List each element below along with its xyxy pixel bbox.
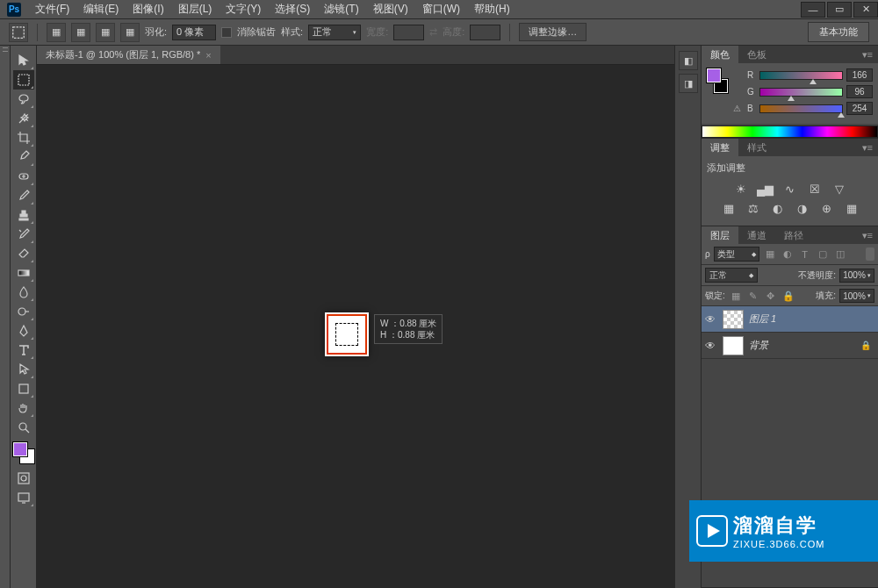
- crop-tool-icon[interactable]: [13, 128, 34, 147]
- lock-trans-icon[interactable]: ▦: [729, 290, 743, 303]
- menu-item[interactable]: 帮助(H): [467, 2, 517, 17]
- essentials-button[interactable]: 基本功能: [808, 22, 869, 42]
- stamp-tool-icon[interactable]: [13, 205, 34, 225]
- lock-pos-icon[interactable]: ✥: [764, 290, 778, 303]
- blur-tool-icon[interactable]: [13, 283, 34, 302]
- canvas-document[interactable]: [325, 312, 369, 356]
- channel-value[interactable]: 254: [846, 102, 873, 115]
- menu-item[interactable]: 图像(I): [126, 2, 170, 17]
- lasso-tool-icon[interactable]: [13, 90, 34, 109]
- eyedropper-tool-icon[interactable]: [13, 147, 34, 167]
- document-tab[interactable]: 未标题-1 @ 100% (图层 1, RGB/8) * ×: [37, 46, 220, 64]
- brightness-icon[interactable]: ☀: [733, 182, 749, 196]
- lock-all-icon[interactable]: 🔒: [781, 290, 795, 303]
- brush-tool-icon[interactable]: [13, 186, 34, 205]
- filter-pixel-icon[interactable]: ▦: [763, 247, 777, 261]
- quickmask-tool-icon[interactable]: [13, 469, 34, 488]
- balance-icon[interactable]: ⚖: [745, 201, 761, 215]
- marquee-tool-icon[interactable]: [13, 70, 34, 90]
- eraser-tool-icon[interactable]: [13, 244, 34, 263]
- maximize-button[interactable]: ▭: [827, 2, 852, 18]
- gradient-tool-icon[interactable]: [13, 263, 34, 283]
- properties-panel-icon[interactable]: ◨: [679, 74, 698, 93]
- channel-value[interactable]: 96: [846, 85, 873, 98]
- fill-value[interactable]: 100%▾: [839, 289, 874, 303]
- panel-fg-swatch[interactable]: [707, 68, 721, 82]
- menu-item[interactable]: 视图(V): [366, 2, 415, 17]
- tool-preset-icon[interactable]: [9, 23, 28, 42]
- curves-icon[interactable]: ∿: [782, 182, 798, 196]
- menu-item[interactable]: 文件(F): [28, 2, 76, 17]
- layers-tab[interactable]: 图层: [702, 226, 738, 245]
- paths-tab[interactable]: 路径: [775, 226, 812, 245]
- gamut-warning-icon[interactable]: ⚠: [733, 104, 744, 114]
- filter-smart-icon[interactable]: ◫: [833, 247, 847, 261]
- menu-item[interactable]: 选择(S): [268, 2, 317, 17]
- lock-paint-icon[interactable]: ✎: [746, 290, 760, 303]
- filter-shape-icon[interactable]: ▢: [816, 247, 830, 261]
- color-slider[interactable]: [759, 71, 843, 80]
- channels-tab[interactable]: 通道: [738, 226, 775, 245]
- layer-name[interactable]: 背景: [749, 339, 855, 352]
- layer-thumbnail[interactable]: [723, 310, 744, 329]
- layer-thumbnail[interactable]: [723, 336, 744, 355]
- styles-tab[interactable]: 样式: [738, 139, 775, 157]
- layer-name[interactable]: 图层 1: [749, 312, 874, 326]
- panel-menu-icon[interactable]: ▾≡: [857, 49, 878, 61]
- menu-item[interactable]: 窗口(W): [415, 2, 467, 17]
- fg-color-swatch[interactable]: [13, 442, 27, 456]
- channel-mixer-icon[interactable]: ⊕: [819, 201, 835, 215]
- hue-icon[interactable]: ▦: [721, 201, 737, 215]
- menu-item[interactable]: 编辑(E): [76, 2, 126, 17]
- magic-wand-tool-icon[interactable]: [13, 109, 34, 128]
- color-slider[interactable]: [759, 88, 843, 97]
- healing-tool-icon[interactable]: [13, 167, 34, 186]
- minimize-button[interactable]: —: [801, 2, 825, 18]
- opacity-value[interactable]: 100%▾: [839, 269, 874, 283]
- canvas-viewport[interactable]: W ：0.88 厘米 H ：0.88 厘米: [37, 65, 674, 588]
- color-spectrum[interactable]: [702, 125, 878, 138]
- dodge-tool-icon[interactable]: [13, 302, 34, 321]
- filter-adj-icon[interactable]: ◐: [781, 247, 795, 261]
- blend-mode-select[interactable]: 正常◆: [705, 268, 758, 283]
- adjustments-tab[interactable]: 调整: [702, 139, 738, 157]
- bw-icon[interactable]: ◐: [770, 201, 786, 215]
- feather-input[interactable]: [172, 25, 216, 40]
- visibility-icon[interactable]: 👁: [705, 340, 717, 352]
- levels-icon[interactable]: ▄▆: [758, 182, 774, 196]
- swatches-tab[interactable]: 色板: [738, 46, 775, 64]
- hand-tool-icon[interactable]: [13, 398, 34, 418]
- shape-tool-icon[interactable]: [13, 379, 34, 398]
- subtract-selection-icon[interactable]: ▦: [96, 23, 115, 42]
- filter-type-icon[interactable]: T: [798, 247, 812, 261]
- history-brush-tool-icon[interactable]: [13, 225, 34, 244]
- add-selection-icon[interactable]: ▦: [71, 23, 90, 42]
- history-panel-icon[interactable]: ◧: [679, 51, 698, 70]
- layer-item[interactable]: 👁背景🔒: [702, 333, 878, 359]
- channel-value[interactable]: 166: [846, 68, 873, 82]
- lookup-icon[interactable]: ▦: [844, 201, 860, 215]
- color-fgbg-swatch[interactable]: [707, 68, 728, 93]
- zoom-tool-icon[interactable]: [13, 418, 34, 437]
- intersect-selection-icon[interactable]: ▦: [120, 23, 140, 42]
- menu-item[interactable]: 文字(Y): [219, 2, 268, 17]
- style-select[interactable]: 正常▾: [308, 25, 361, 40]
- color-swatches[interactable]: [13, 442, 34, 463]
- layer-filter-select[interactable]: 类型◆: [714, 247, 759, 262]
- tool-strip-handle[interactable]: [0, 46, 11, 588]
- menu-item[interactable]: 图层(L): [171, 2, 220, 17]
- close-button[interactable]: ✕: [853, 2, 878, 18]
- color-slider[interactable]: [759, 104, 843, 113]
- panel-menu-icon[interactable]: ▾≡: [857, 142, 878, 154]
- path-select-tool-icon[interactable]: [13, 360, 34, 379]
- refine-edge-button[interactable]: 调整边缘…: [519, 23, 587, 41]
- visibility-icon[interactable]: 👁: [705, 313, 717, 326]
- menu-item[interactable]: 滤镜(T): [317, 2, 365, 17]
- pen-tool-icon[interactable]: [13, 321, 34, 341]
- filter-toggle[interactable]: [866, 247, 874, 261]
- exposure-icon[interactable]: ☒: [807, 182, 823, 196]
- vibrance-icon[interactable]: ▽: [831, 182, 847, 196]
- new-selection-icon[interactable]: ▦: [47, 23, 66, 42]
- type-tool-icon[interactable]: [13, 341, 34, 360]
- move-tool-icon[interactable]: [13, 51, 34, 70]
